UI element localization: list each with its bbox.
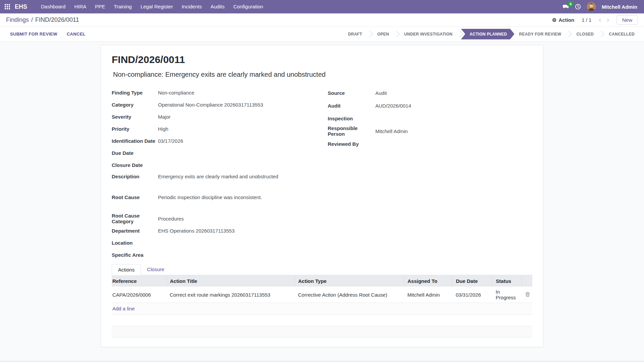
stage-draft[interactable]: DRAFT xyxy=(343,32,367,37)
nav-item-audits[interactable]: Audits xyxy=(206,0,229,13)
field-label: Reviewed By xyxy=(328,141,375,147)
cell-status[interactable]: In Progress xyxy=(492,287,522,303)
new-button[interactable]: New xyxy=(616,15,638,25)
cell-assigned-to[interactable]: Mitchell Admin xyxy=(404,287,452,303)
nav-item-hira[interactable]: HIRA xyxy=(70,0,91,13)
cell-action-title[interactable]: Correct exit route markings 202603171135… xyxy=(166,287,294,303)
nav-item-incidents[interactable]: Incidents xyxy=(177,0,206,13)
actions-table: Reference Action Title Action Type Assig… xyxy=(112,275,532,303)
nav-item-ppe[interactable]: PPE xyxy=(91,0,109,13)
clock-icon xyxy=(575,4,581,10)
field-grid: Finding Type Non-compliance Category Ope… xyxy=(112,86,532,261)
app-brand[interactable]: EHS xyxy=(15,3,27,10)
apps-grid-icon[interactable] xyxy=(5,4,10,9)
cell-action-type[interactable]: Corrective Action (Address Root Cause) xyxy=(294,287,404,303)
column-status[interactable]: Status xyxy=(492,275,522,287)
top-navbar: EHS Dashboard HIRA PPE Training Legal Re… xyxy=(0,0,644,13)
field-value[interactable]: Non-compliance xyxy=(158,90,194,96)
field-label: Finding Type xyxy=(112,90,158,96)
breadcrumb-separator: / xyxy=(31,16,33,23)
action-menu-button[interactable]: ⚙ Action xyxy=(552,17,574,23)
avatar xyxy=(587,2,596,11)
add-a-line-link[interactable]: Add a line xyxy=(112,306,135,311)
field-value[interactable]: High xyxy=(158,126,168,132)
breadcrumb-findings-link[interactable]: Findings xyxy=(6,16,29,23)
column-due-date[interactable]: Due Date xyxy=(452,275,492,287)
field-due-date: Due Date xyxy=(112,147,328,159)
column-action-type[interactable]: Action Type xyxy=(294,275,404,287)
field-closure-date: Closure Date xyxy=(112,159,328,171)
field-value[interactable]: Mitchell Admin xyxy=(375,128,408,134)
record-pager: 1 / 1 xyxy=(582,17,591,23)
stage-ready-for-review[interactable]: READY FOR REVIEW xyxy=(515,32,566,37)
nav-item-legal-register[interactable]: Legal Register xyxy=(136,0,177,13)
stage-closed[interactable]: CLOSED xyxy=(572,32,598,37)
field-label: Responsible Person xyxy=(328,125,375,137)
user-menu[interactable] xyxy=(587,2,596,11)
field-label: Source xyxy=(328,90,375,96)
submit-for-review-button[interactable]: SUBMIT FOR REVIEW xyxy=(10,32,57,37)
field-label: Root Cause xyxy=(112,194,158,200)
field-label: Priority xyxy=(112,126,158,132)
record-subtitle[interactable]: Non-compliance: Emergency exits are clea… xyxy=(113,71,532,78)
cell-due-date[interactable]: 03/31/2026 xyxy=(452,287,492,303)
stage-cancelled[interactable]: CANCELLED xyxy=(604,32,639,37)
activity-clock-button[interactable] xyxy=(575,4,581,10)
field-label: Root Cause Category xyxy=(112,213,158,224)
field-label: Identification Date xyxy=(112,138,158,144)
trash-icon[interactable] xyxy=(525,292,530,297)
empty-table-row xyxy=(112,315,532,326)
field-identification-date: Identification Date 03/17/2026 xyxy=(112,135,328,147)
empty-table-row xyxy=(112,326,532,338)
field-inspection: Inspection xyxy=(328,112,532,125)
form-view: FIND/2026/0011 Non-compliance: Emergency… xyxy=(0,42,644,362)
field-value[interactable]: EHS Operations 20260317113553 xyxy=(158,228,234,234)
cancel-button[interactable]: CANCEL xyxy=(67,32,86,37)
field-audit: Audit AUD/2026/0014 xyxy=(328,99,532,112)
chevron-separator-icon xyxy=(457,31,463,37)
field-finding-type: Finding Type Non-compliance xyxy=(112,86,328,99)
field-location: Location xyxy=(112,237,328,249)
record-sheet: FIND/2026/0011 Non-compliance: Emergency… xyxy=(101,45,543,347)
tab-actions[interactable]: Actions xyxy=(112,264,141,275)
stage-action-planned-active[interactable]: ACTION PLANNED xyxy=(461,29,515,40)
user-name[interactable]: Mitchell Admin xyxy=(602,4,637,10)
field-value[interactable]: Operational Non-Compliance 2026031711355… xyxy=(158,102,263,108)
field-department: Department EHS Operations 20260317113553 xyxy=(112,225,328,237)
field-responsible-person: Responsible Person Mitchell Admin xyxy=(328,125,532,137)
field-value[interactable]: Periodic inspection discipline was incon… xyxy=(158,194,262,200)
stage-under-investigation[interactable]: UNDER INVESTIGATION xyxy=(399,32,457,37)
field-value[interactable]: Procedures xyxy=(158,216,184,222)
messages-button[interactable]: 4 xyxy=(562,4,569,9)
field-specific-area: Specific Area xyxy=(112,249,328,261)
field-source: Source Audit xyxy=(328,86,532,99)
chevron-separator-icon xyxy=(598,31,604,37)
stage-pipeline: DRAFT OPEN UNDER INVESTIGATION ACTION PL… xyxy=(343,27,639,42)
field-value[interactable]: Emergency exits are clearly marked and u… xyxy=(158,174,278,179)
column-action-title[interactable]: Action Title xyxy=(166,275,294,287)
chevron-separator-icon xyxy=(393,31,399,37)
chevron-separator-icon xyxy=(566,31,572,37)
column-reference[interactable]: Reference xyxy=(112,275,166,287)
messages-count-badge: 4 xyxy=(568,2,573,7)
action-menu-label: Action xyxy=(558,17,574,23)
field-value[interactable]: AUD/2026/0014 xyxy=(375,103,411,109)
cell-reference[interactable]: CAPA/2026/0006 xyxy=(112,287,166,303)
nav-item-training[interactable]: Training xyxy=(109,0,136,13)
tab-closure[interactable]: Closure xyxy=(141,264,170,275)
nav-item-configuration[interactable]: Configuration xyxy=(229,0,267,13)
field-label: Location xyxy=(112,240,158,246)
nav-item-dashboard[interactable]: Dashboard xyxy=(37,0,70,13)
column-delete xyxy=(522,275,532,287)
pager-next-button[interactable]: › xyxy=(607,16,609,24)
table-row[interactable]: CAPA/2026/0006 Correct exit route markin… xyxy=(112,287,532,303)
pager-previous-button[interactable]: ‹ xyxy=(599,16,601,24)
column-assigned-to[interactable]: Assigned To xyxy=(404,275,452,287)
gear-icon: ⚙ xyxy=(552,17,556,23)
field-value[interactable]: Major xyxy=(158,114,171,120)
field-label: Severity xyxy=(112,114,158,120)
stage-open[interactable]: OPEN xyxy=(373,32,394,37)
field-value[interactable]: Audit xyxy=(375,90,387,96)
chevron-separator-icon xyxy=(367,31,373,37)
field-value[interactable]: 03/17/2026 xyxy=(158,138,183,144)
